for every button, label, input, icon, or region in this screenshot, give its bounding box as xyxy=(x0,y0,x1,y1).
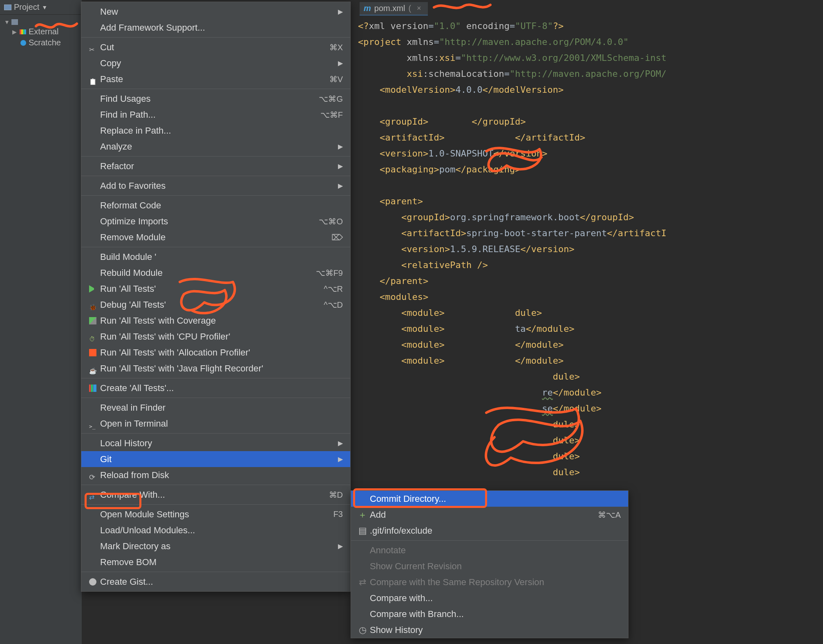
menu-find-in-path[interactable]: Find in Path...⌥⌘F xyxy=(81,107,350,123)
tag: </module> xyxy=(515,356,564,366)
menu-mark-dir-as[interactable]: Mark Directory as▶ xyxy=(81,538,350,554)
shortcut: ^⌥D xyxy=(324,300,343,310)
menu-separator xyxy=(81,37,350,38)
project-tree[interactable]: ▼ ▶ External Scratche xyxy=(0,15,82,51)
scratch-icon xyxy=(20,40,26,46)
tag: </artifactId> xyxy=(515,132,585,143)
menu-load-unload[interactable]: Load/Unload Modules... xyxy=(81,522,350,538)
editor-tabbar: m pom.xml ( × xyxy=(360,2,428,16)
text: ta xyxy=(515,324,526,334)
menu-separator xyxy=(81,176,350,176)
menu-run-allocation-profiler[interactable]: Run 'All Tests' with 'Allocation Profile… xyxy=(81,344,350,360)
menu-optimize-imports[interactable]: Optimize Imports⌥⌘O xyxy=(81,213,350,229)
shortcut: ⌥⌘G xyxy=(319,94,343,104)
tag: </artifactI xyxy=(607,228,666,238)
menu-copy[interactable]: Copy▶ xyxy=(81,55,350,71)
str: "UTF-8" xyxy=(515,21,553,31)
tree-row-external-libs[interactable]: ▶ External xyxy=(2,26,79,37)
project-sidebar-header[interactable]: Project ▼ xyxy=(0,0,82,15)
tag: </parent> xyxy=(380,276,428,286)
menu-label: Mark Directory as xyxy=(98,541,338,552)
submenu-compare-with[interactable]: Compare with... xyxy=(351,590,628,606)
menu-compare-with[interactable]: Compare With...⌘D xyxy=(81,487,350,503)
menu-git[interactable]: Git▶ xyxy=(81,451,350,467)
menu-separator xyxy=(351,540,628,541)
menu-analyze[interactable]: Analyze▶ xyxy=(81,139,350,154)
menu-label: Create Gist... xyxy=(98,577,343,587)
menu-run-coverage[interactable]: Run 'All Tests' with Coverage xyxy=(81,313,350,329)
menu-run-cpu-profiler[interactable]: Run 'All Tests' with 'CPU Profiler' xyxy=(81,329,350,344)
tree-row-scratches[interactable]: Scratche xyxy=(2,37,79,48)
tag: </groupId> xyxy=(580,212,634,222)
menu-label: Open Module Settings xyxy=(98,509,333,520)
tag: </module> xyxy=(515,340,564,350)
menu-add-framework[interactable]: Add Framework Support... xyxy=(81,20,350,36)
menu-label: Copy xyxy=(98,58,338,69)
submenu-add[interactable]: ＋Add⌘⌥A xyxy=(351,507,628,523)
menu-label: Cut xyxy=(98,42,329,53)
menu-paste[interactable]: Paste⌘V xyxy=(81,71,350,87)
tag: dule> xyxy=(515,308,542,318)
tag: <artifactId> xyxy=(380,132,445,143)
menu-reformat[interactable]: Reformat Code xyxy=(81,197,350,213)
shortcut: ⌥⌘F xyxy=(320,110,343,120)
menu-run-jfr[interactable]: Run 'All Tests' with 'Java Flight Record… xyxy=(81,360,350,376)
close-icon[interactable]: × xyxy=(417,4,421,13)
menu-separator xyxy=(81,504,350,505)
tree-row-root[interactable]: ▼ xyxy=(2,18,79,26)
menu-reveal-finder[interactable]: Reveal in Finder xyxy=(81,400,350,416)
context-menu: New▶ Add Framework Support... Cut⌘X Copy… xyxy=(81,2,351,592)
tag: <module> xyxy=(401,356,445,366)
editor-tab-pomxml[interactable]: m pom.xml ( × xyxy=(360,2,428,16)
chevron-down-icon[interactable]: ▼ xyxy=(4,19,9,25)
menu-run-all-tests[interactable]: Run 'All Tests'^⌥R xyxy=(81,281,350,297)
menu-build-module[interactable]: Build Module ' xyxy=(81,249,350,265)
library-icon xyxy=(20,29,26,34)
menu-separator xyxy=(81,485,350,485)
text: re xyxy=(542,387,553,398)
tag: <module> xyxy=(401,324,445,334)
menu-label: Rebuild Module xyxy=(98,268,316,278)
text: spring-boot-starter-parent xyxy=(466,228,607,238)
menu-open-module-settings[interactable]: Open Module SettingsF3 xyxy=(81,506,350,522)
allocation-icon xyxy=(89,349,96,356)
menu-label: Add to Favorites xyxy=(98,181,338,191)
menu-new[interactable]: New▶ xyxy=(81,4,350,20)
menu-reload-disk[interactable]: Reload from Disk xyxy=(81,467,350,483)
menu-separator xyxy=(81,433,350,434)
menu-add-favorites[interactable]: Add to Favorites▶ xyxy=(81,178,350,194)
chevron-down-icon[interactable]: ▼ xyxy=(42,4,47,11)
menu-find-usages[interactable]: Find Usages⌥⌘G xyxy=(81,91,350,107)
submenu-compare-branch[interactable]: Compare with Branch... xyxy=(351,606,628,622)
menu-remove-module[interactable]: Remove Module⌦ xyxy=(81,229,350,245)
menu-debug-all-tests[interactable]: Debug 'All Tests'^⌥D xyxy=(81,297,350,313)
tag: dule> xyxy=(553,435,580,445)
menu-separator xyxy=(81,378,350,378)
shortcut: ⌦ xyxy=(331,233,343,242)
menu-local-history[interactable]: Local History▶ xyxy=(81,435,350,451)
menu-label: Analyze xyxy=(98,141,338,152)
tag: <module> xyxy=(401,340,445,350)
menu-replace-in-path[interactable]: Replace in Path... xyxy=(81,123,350,139)
menu-remove-bom[interactable]: Remove BOM xyxy=(81,554,350,570)
submenu-git-info-exclude[interactable]: ▤.git/info/exclude xyxy=(351,523,628,539)
menu-refactor[interactable]: Refactor▶ xyxy=(81,158,350,174)
menu-label: New xyxy=(98,7,338,17)
clipboard-icon xyxy=(89,76,96,83)
menu-create-gist[interactable]: Create Gist... xyxy=(81,574,350,590)
menu-label: .git/info/exclude xyxy=(368,525,621,536)
menu-separator xyxy=(81,156,350,157)
submenu-show-history[interactable]: ◷Show History xyxy=(351,622,628,638)
shortcut: ^⌥R xyxy=(324,284,343,294)
jfr-icon xyxy=(89,365,96,372)
menu-open-terminal[interactable]: Open in Terminal xyxy=(81,416,350,432)
menu-create-all-tests[interactable]: Create 'All Tests'... xyxy=(81,380,350,396)
menu-label: Run 'All Tests' xyxy=(98,284,324,294)
menu-separator xyxy=(81,247,350,247)
submenu-commit-directory[interactable]: Commit Directory... xyxy=(351,491,628,507)
menu-rebuild-module[interactable]: Rebuild Module⌥⌘F9 xyxy=(81,265,350,281)
diff-icon xyxy=(89,491,96,499)
chevron-right-icon[interactable]: ▶ xyxy=(12,29,17,35)
menu-cut[interactable]: Cut⌘X xyxy=(81,39,350,55)
menu-label: Reveal in Finder xyxy=(98,402,343,413)
